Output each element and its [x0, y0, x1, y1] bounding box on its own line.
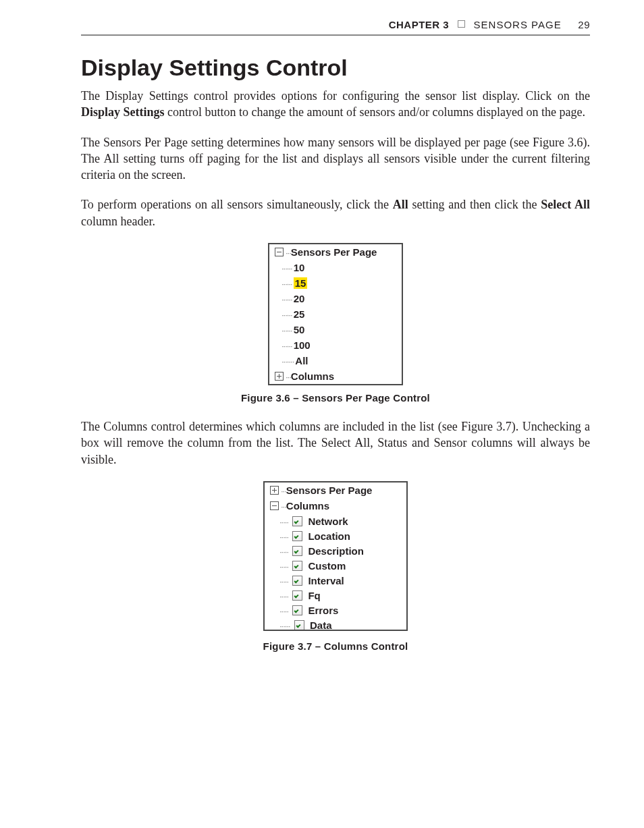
text: The Display Settings control provides op…: [81, 89, 590, 103]
option-50[interactable]: ······50: [269, 322, 402, 337]
column-description[interactable]: ····· Description: [265, 543, 406, 558]
paragraph-2: The Sensors Per Page setting determines …: [81, 134, 590, 184]
text: control button to change the amount of s…: [165, 105, 585, 119]
column-label: Data: [310, 619, 332, 631]
bold-text: Select All: [541, 198, 590, 211]
expand-icon: [270, 486, 279, 495]
tree-connector-icon: ···: [281, 486, 286, 496]
tree-node-label: Columns: [286, 500, 329, 512]
option-label: 50: [294, 324, 305, 335]
column-interval[interactable]: ····· Interval: [265, 573, 406, 588]
column-data[interactable]: ······ Data: [265, 617, 406, 631]
option-label: 100: [294, 339, 311, 351]
column-location[interactable]: ····· Location: [265, 528, 406, 543]
page-number: 29: [578, 19, 590, 30]
checkbox-icon[interactable]: [292, 605, 302, 615]
option-label-selected: 15: [294, 277, 308, 289]
checkbox-icon[interactable]: [292, 590, 302, 601]
checkbox-icon[interactable]: [292, 546, 302, 556]
tree-node-label: Columns: [291, 370, 334, 382]
column-fq[interactable]: ····· Fq: [265, 588, 406, 603]
bold-text: Display Settings: [81, 105, 165, 119]
tree-node-columns[interactable]: ···Columns: [269, 368, 402, 384]
column-custom[interactable]: ····· Custom: [265, 558, 406, 573]
option-label: 10: [294, 262, 305, 273]
section-heading: Display Settings Control: [81, 55, 590, 81]
tree-node-sensors-per-page[interactable]: ···Sensors Per Page: [265, 482, 406, 498]
option-15[interactable]: ······15: [269, 275, 402, 291]
text: column header.: [81, 215, 155, 228]
figure-3-6: ···Sensors Per Page ······10 ······15 ··…: [81, 243, 590, 385]
chapter-label: CHAPTER 3: [389, 19, 450, 30]
column-network[interactable]: ····· Network: [265, 514, 406, 528]
checkbox-icon[interactable]: [292, 516, 302, 526]
section-label: SENSORS PAGE: [474, 19, 562, 30]
column-label: Custom: [308, 560, 346, 572]
expand-icon: [275, 372, 284, 381]
column-label: Network: [308, 516, 348, 527]
column-label: Fq: [308, 590, 320, 601]
checkbox-icon[interactable]: [292, 576, 302, 586]
figure-3-6-caption: Figure 3.6 – Sensors Per Page Control: [81, 392, 590, 404]
running-header: CHAPTER 3 SENSORS PAGE 29: [81, 13, 590, 36]
figure-3-7: ···Sensors Per Page ···Columns ····· Net…: [81, 481, 590, 634]
text: setting and then click the: [408, 198, 541, 211]
paragraph-1: The Display Settings control provides op…: [81, 88, 590, 121]
paragraph-3: To perform operations on all sensors sim…: [81, 196, 590, 229]
tree-connector-icon: ···: [286, 248, 291, 258]
checkbox-icon[interactable]: [294, 620, 304, 630]
column-label: Errors: [308, 605, 338, 616]
paragraph-4: The Columns control determines which col…: [81, 418, 590, 468]
checkbox-icon[interactable]: [292, 561, 302, 571]
column-label: Interval: [308, 575, 344, 586]
option-10[interactable]: ······10: [269, 260, 402, 275]
columns-tree: ···Sensors Per Page ···Columns ····· Net…: [263, 481, 408, 631]
tree-connector-icon: ···: [281, 501, 286, 512]
column-label: Description: [308, 545, 364, 557]
sensors-per-page-tree: ···Sensors Per Page ······10 ······15 ··…: [268, 243, 403, 385]
column-errors[interactable]: ····· Errors: [265, 603, 406, 617]
option-100[interactable]: ······100: [269, 337, 402, 353]
tree-node-columns[interactable]: ···Columns: [265, 498, 406, 514]
option-label: 20: [294, 293, 305, 304]
option-25[interactable]: ······25: [269, 306, 402, 322]
collapse-icon: [270, 501, 279, 510]
tree-node-sensors-per-page[interactable]: ···Sensors Per Page: [269, 244, 402, 260]
bold-text: All: [393, 198, 408, 211]
tree-node-label: Sensors Per Page: [291, 246, 377, 258]
column-label: Location: [308, 530, 350, 542]
tree-connector-icon: ···: [286, 372, 291, 382]
text: To perform operations on all sensors sim…: [81, 198, 393, 211]
figure-3-7-caption: Figure 3.7 – Columns Control: [81, 640, 590, 652]
option-20[interactable]: ······20: [269, 291, 402, 306]
collapse-icon: [275, 248, 284, 256]
checkbox-icon[interactable]: [292, 531, 302, 541]
tree-node-label: Sensors Per Page: [286, 485, 373, 496]
option-label: 25: [294, 308, 305, 320]
option-label: All: [295, 355, 308, 366]
option-all[interactable]: ·······All: [269, 353, 402, 368]
square-divider-icon: [458, 20, 465, 28]
